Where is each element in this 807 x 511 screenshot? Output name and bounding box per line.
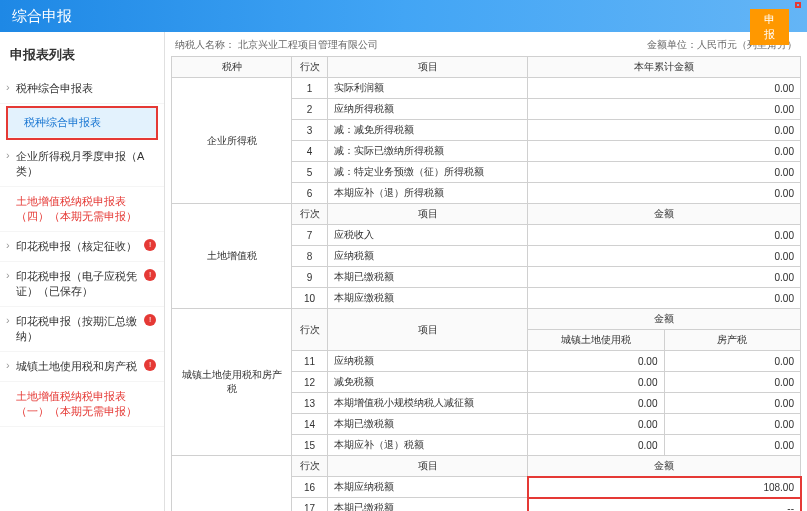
sidebar-item-main[interactable]: 税种综合申报表 xyxy=(8,108,156,138)
table-header-row: 土地增值税行次项目金额 xyxy=(172,204,801,225)
alert-icon: ! xyxy=(144,239,156,251)
sidebar-item[interactable]: 企业所得税月季度申报（A类） xyxy=(0,142,164,187)
report-table: 税种 行次 项目 本年累计金额 企业所得税1实际利润额0.00 2应纳所得税额0… xyxy=(171,56,801,511)
submit-highlight: 申报 xyxy=(795,2,801,8)
tax-name: 城镇土地使用税和房产税 xyxy=(172,309,292,456)
sidebar-item[interactable]: 印花税申报（核定征收）! xyxy=(0,232,164,262)
submit-button[interactable]: 申报 xyxy=(750,9,789,45)
highlighted-value: 108.00 xyxy=(528,477,801,498)
table-header-row: 税种 行次 项目 本年累计金额 xyxy=(172,57,801,78)
main-content: 纳税人名称： 北京兴业工程项目管理有限公司 金额单位：人民币元（列至角分） 税种… xyxy=(165,32,807,511)
col-yearamt: 本年累计金额 xyxy=(528,57,801,78)
sidebar-item[interactable]: 土地增值税纳税申报表（一）（本期无需申报） xyxy=(0,382,164,427)
sidebar-item[interactable]: 城镇土地使用税和房产税! xyxy=(0,352,164,382)
alert-icon: ! xyxy=(144,359,156,371)
highlighted-value: -- xyxy=(528,498,801,512)
alert-icon: ! xyxy=(144,314,156,326)
col-item: 项目 xyxy=(328,57,528,78)
sidebar-selected-highlight: 税种综合申报表 xyxy=(6,106,158,140)
tax-name: 印花税 xyxy=(172,456,292,512)
sidebar-item[interactable]: 印花税申报（电子应税凭证）（已保存）! xyxy=(0,262,164,307)
app-header: 综合申报 申报 xyxy=(0,0,807,32)
tax-name: 企业所得税 xyxy=(172,78,292,204)
table-row: 企业所得税1实际利润额0.00 xyxy=(172,78,801,99)
col-rownum: 行次 xyxy=(292,57,328,78)
page-title: 综合申报 xyxy=(12,7,72,26)
table-header-row: 印花税行次项目金额 xyxy=(172,456,801,477)
col-taxtype: 税种 xyxy=(172,57,292,78)
info-bar: 纳税人名称： 北京兴业工程项目管理有限公司 金额单位：人民币元（列至角分） xyxy=(171,36,801,56)
sidebar-item[interactable]: 土地增值税纳税申报表（四）（本期无需申报） xyxy=(0,187,164,232)
org-name: 纳税人名称： 北京兴业工程项目管理有限公司 xyxy=(175,38,378,52)
sidebar-item[interactable]: 印花税申报（按期汇总缴纳）! xyxy=(0,307,164,352)
tax-name: 土地增值税 xyxy=(172,204,292,309)
alert-icon: ! xyxy=(144,269,156,281)
sidebar-title: 申报表列表 xyxy=(0,40,164,74)
sidebar: 申报表列表 税种综合申报表 税种综合申报表 企业所得税月季度申报（A类） 土地增… xyxy=(0,32,165,511)
table-header-row: 城镇土地使用税和房产税行次项目金额 xyxy=(172,309,801,330)
sidebar-group[interactable]: 税种综合申报表 xyxy=(0,74,164,104)
